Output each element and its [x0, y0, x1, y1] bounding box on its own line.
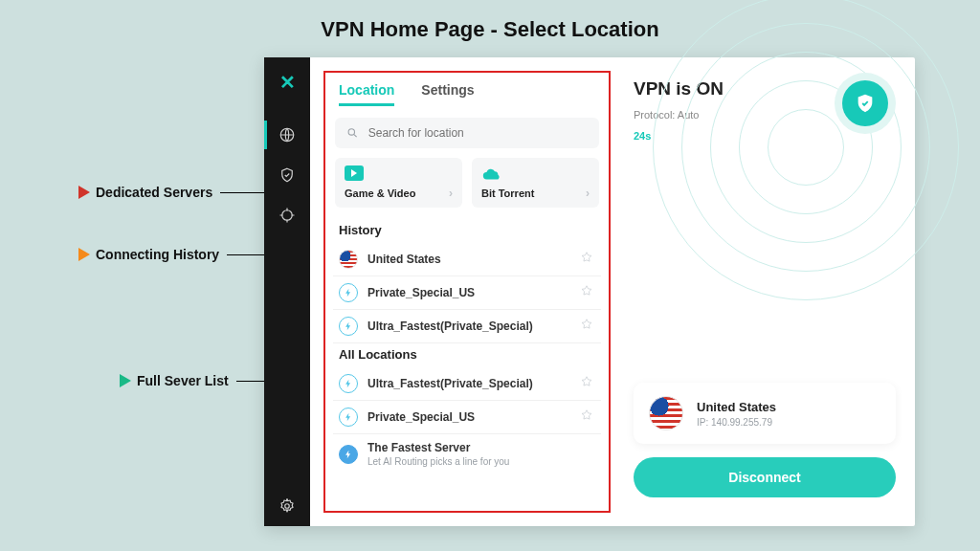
- bolt-icon: [339, 445, 358, 464]
- server-sub: Let AI Routing picks a line for you: [368, 456, 595, 467]
- us-flag-icon: [649, 396, 683, 430]
- status-panel: VPN is ON Protocol: Auto 24s United Stat…: [624, 71, 902, 513]
- tabs: Location Settings: [333, 82, 601, 114]
- server-row-history[interactable]: United States: [333, 243, 601, 276]
- cloud-download-icon: [481, 165, 501, 181]
- dedicated-bit-torrent[interactable]: Bit Torrent›: [472, 158, 599, 208]
- server-row-all[interactable]: Private_Special_US: [333, 401, 601, 434]
- search-input[interactable]: [368, 126, 588, 140]
- bolt-icon: [339, 283, 358, 302]
- search-bar[interactable]: [335, 118, 599, 148]
- tab-settings[interactable]: Settings: [421, 82, 474, 106]
- connection-card: United States IP: 140.99.255.79: [634, 383, 896, 444]
- server-row-fastest[interactable]: The Fastest Server Let AI Routing picks …: [333, 434, 601, 474]
- bolt-icon: [339, 374, 358, 393]
- bolt-icon: [339, 317, 358, 336]
- svg-point-2: [285, 504, 290, 509]
- play-icon: [345, 165, 364, 181]
- sidebar: ✕: [264, 57, 310, 526]
- shield-badge: [842, 80, 888, 126]
- dedicated-label: Bit Torrent: [481, 187, 534, 199]
- svg-point-3: [348, 129, 354, 135]
- server-name: Private_Special_US: [368, 286, 570, 299]
- server-name: Private_Special_US: [368, 410, 570, 424]
- section-history-title: History: [339, 223, 595, 237]
- svg-point-1: [282, 210, 293, 221]
- dedicated-game-video[interactable]: Game & Video›: [335, 158, 462, 208]
- connected-country: United States: [697, 400, 776, 414]
- server-name: Ultra_Fastest(Private_Special): [368, 377, 570, 390]
- dedicated-servers: Game & Video› Bit Torrent›: [335, 158, 599, 208]
- location-panel: Location Settings Game & Video› Bit Torr…: [323, 71, 611, 513]
- section-all-title: All Locations: [339, 347, 595, 362]
- sidebar-item-globe[interactable]: [264, 115, 310, 155]
- chevron-right-icon: ›: [586, 187, 590, 200]
- sidebar-item-shield[interactable]: [264, 155, 310, 195]
- server-name: United States: [368, 253, 570, 266]
- tab-location[interactable]: Location: [339, 82, 394, 106]
- globe-icon: [278, 126, 296, 143]
- chevron-right-icon: ›: [449, 187, 453, 200]
- shield-check-icon: [278, 166, 296, 184]
- app-logo: ✕: [279, 71, 296, 94]
- connected-ip: IP: 140.99.255.79: [697, 417, 776, 428]
- us-flag-icon: [339, 250, 358, 269]
- crosshair-icon: [278, 207, 296, 224]
- server-row-history[interactable]: Ultra_Fastest(Private_Special): [333, 310, 601, 343]
- shield-icon: [855, 93, 876, 114]
- server-name: The Fastest Server Let AI Routing picks …: [368, 441, 595, 467]
- disconnect-button[interactable]: Disconnect: [634, 457, 896, 497]
- server-row-all[interactable]: Ultra_Fastest(Private_Special): [333, 367, 601, 401]
- sidebar-item-settings[interactable]: [264, 486, 310, 526]
- server-row-history[interactable]: Private_Special_US: [333, 276, 601, 310]
- favorite-star-icon[interactable]: [580, 251, 595, 268]
- app-window: ✕ Location Settings: [264, 57, 915, 526]
- favorite-star-icon[interactable]: [580, 284, 595, 301]
- search-icon: [346, 126, 359, 140]
- favorite-star-icon[interactable]: [580, 375, 595, 392]
- server-name: Ultra_Fastest(Private_Special): [368, 320, 570, 333]
- favorite-star-icon[interactable]: [580, 408, 595, 426]
- sidebar-item-target[interactable]: [264, 195, 310, 235]
- gear-icon: [278, 497, 296, 515]
- favorite-star-icon[interactable]: [580, 318, 595, 335]
- bolt-icon: [339, 408, 358, 427]
- dedicated-label: Game & Video: [345, 187, 415, 199]
- decorative-rings: [653, 0, 959, 300]
